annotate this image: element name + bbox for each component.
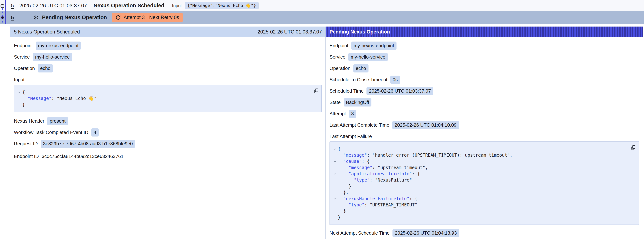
json-key: "type": [354, 178, 370, 183]
collapse-chevron-icon[interactable]: [332, 148, 338, 150]
event-id-link[interactable]: 5: [11, 15, 14, 20]
temporal-event-history-view: 5 2025-02-26 UTC 01:03:37.07 Nexus Opera…: [0, 0, 644, 239]
event-title: Pending Nexus Operation: [42, 14, 107, 20]
event-row-nexus-operation-scheduled[interactable]: 5 2025-02-26 UTC 01:03:37.07 Nexus Opera…: [0, 0, 644, 11]
json-value: : "upstream timeout",: [372, 165, 428, 170]
code-text: "message": "upstream timeout",: [338, 164, 428, 171]
timeline-open-node-icon[interactable]: [1, 4, 4, 8]
code-line: {: [16, 89, 310, 95]
copy-icon[interactable]: [313, 88, 319, 94]
json-value: {: [22, 90, 25, 95]
field-value-badge: my-nexus-endpoint: [36, 42, 81, 50]
field-value-badge: my-hello-service: [33, 53, 72, 61]
field-row-endpoint-id: Endpoint ID 3c0c75ccfa8144b092c13ce63246…: [14, 152, 322, 160]
event-id-link[interactable]: 5: [11, 3, 14, 8]
code-text: "cause": {: [338, 158, 370, 164]
field-label: Endpoint ID: [14, 154, 39, 159]
field-value-badge: 2025-02-26 UTC 01:04:13.93: [392, 229, 459, 237]
field-label: Scheduled Time: [330, 88, 364, 94]
field-label: State: [330, 100, 341, 105]
code-line: "cause": {: [332, 158, 628, 164]
field-value-badge: 3e829b7e-7d67-4b08-aad3-b1e868bfe9e0: [41, 140, 135, 148]
code-text: "type": "NexusFailure": [338, 177, 412, 183]
retry-badge: Attempt 3 · Next Retry 0s: [112, 13, 183, 22]
field-row-workflow-task-completed-event-id: Workflow Task Completed Event ID 4: [14, 128, 322, 136]
code-text: }: [338, 208, 346, 214]
code-line: },: [332, 190, 628, 196]
code-line: "message": "upstream timeout",: [332, 164, 628, 171]
field-value-badge: echo: [38, 64, 53, 72]
json-key: "message": [343, 152, 367, 158]
right-panel-title: Pending Nexus Operation: [330, 29, 390, 35]
field-label: Attempt: [330, 111, 346, 116]
code-line: {: [332, 146, 628, 152]
event-title: Nexus Operation Scheduled: [94, 2, 164, 8]
json-value: }: [343, 208, 346, 214]
json-value: : "Nexus Echo 👋": [52, 96, 97, 101]
json-value: : "UPSTREAM_TIMEOUT": [364, 202, 417, 208]
field-label: Next Attempt Schedule Time: [330, 230, 390, 236]
input-section-label: Input: [14, 77, 322, 82]
field-value-badge: BackingOff: [344, 98, 372, 106]
retry-badge-label: Attempt 3 · Next Retry 0s: [124, 15, 179, 20]
code-line: "nexusHandlerFailureInfo": {: [332, 196, 628, 202]
event-row-pending-nexus-operation[interactable]: 5 Pending Nexus Operation Attempt 3 · Ne…: [0, 11, 644, 24]
left-panel-timestamp: 2025-02-26 UTC 01:03:37.07: [258, 29, 322, 35]
copy-icon[interactable]: [630, 145, 636, 150]
code-text: }: [338, 183, 351, 190]
code-text: }: [22, 102, 25, 108]
collapse-chevron-icon[interactable]: [16, 91, 22, 94]
event-detail-panels: 5 Nexus Operation Scheduled 2025-02-26 U…: [0, 26, 644, 239]
code-line: }: [332, 214, 628, 220]
right-panel-body: Endpoint my-nexus-endpoint Service my-he…: [326, 37, 643, 237]
code-line: "applicationFailureInfo": {: [332, 171, 628, 177]
failure-json-block: {"message": "handler error (UPSTREAM_TIM…: [330, 142, 639, 225]
failure-json-lines: {"message": "handler error (UPSTREAM_TIM…: [332, 146, 628, 220]
field-row-request-id: Request ID 3e829b7e-7d67-4b08-aad3-b1e86…: [14, 140, 322, 148]
field-value-badge: present: [47, 117, 68, 125]
json-key: "nexusHandlerFailureInfo": [343, 196, 409, 201]
field-label: Schedule To Close Timeout: [330, 77, 387, 82]
input-json-block: {"Message": "Nexus Echo 👋"}: [14, 85, 322, 112]
code-text: }: [338, 214, 340, 220]
field-label: Operation: [14, 66, 35, 71]
collapse-chevron-icon[interactable]: [332, 172, 338, 176]
last-attempt-failure-label: Last Attempt Failure: [330, 134, 639, 139]
field-label: Last Attempt Complete Time: [330, 122, 389, 128]
left-panel-title: 5 Nexus Operation Scheduled: [14, 29, 80, 35]
field-label: Nexus Header: [14, 118, 44, 124]
left-panel-header: 5 Nexus Operation Scheduled 2025-02-26 U…: [10, 26, 326, 37]
code-line: "message": "handler error (UPSTREAM_TIME…: [332, 152, 628, 158]
field-row-endpoint: Endpoint my-nexus-endpoint: [330, 42, 639, 50]
pending-nexus-operation-panel: Pending Nexus Operation Endpoint my-nexu…: [326, 26, 643, 239]
left-panel-body: Endpoint my-nexus-endpoint Service my-he…: [10, 37, 326, 160]
json-value: : "handler error (UPSTREAM_TIMEOUT): ups…: [367, 152, 512, 158]
input-json-lines: {"Message": "Nexus Echo 👋"}: [16, 89, 310, 108]
input-label: Input: [172, 3, 182, 8]
field-label: Endpoint: [330, 43, 348, 48]
field-label: Service: [330, 54, 346, 60]
code-text: {: [338, 146, 340, 152]
field-value-badge: 3: [349, 110, 356, 118]
collapse-chevron-icon[interactable]: [332, 160, 338, 163]
field-value-badge: 2025-02-26 UTC 01:03:37.07: [366, 87, 433, 95]
field-label: Request ID: [14, 141, 38, 146]
pending-asterisk-icon: [32, 14, 39, 21]
code-line: "type": "UPSTREAM_TIMEOUT": [332, 202, 628, 208]
timeline-selected-node-icon[interactable]: [1, 16, 4, 19]
retry-icon: [115, 15, 121, 20]
field-label: Operation: [330, 66, 350, 71]
code-text: "type": "UPSTREAM_TIMEOUT": [338, 202, 417, 208]
code-text: "applicationFailureInfo": {: [338, 171, 420, 177]
json-key: "cause": [343, 159, 362, 164]
endpoint-id-link[interactable]: 3c0c75ccfa8144b092c13ce632463761: [42, 154, 124, 159]
input-preview-badge[interactable]: {"Message":"Nexus Echo 👋"}: [185, 2, 258, 10]
collapse-chevron-icon[interactable]: [332, 197, 338, 200]
timeline-gutter: [0, 0, 11, 239]
json-key: "type": [348, 202, 364, 208]
code-text: "message": "handler error (UPSTREAM_TIME…: [338, 152, 512, 158]
json-value: : {: [412, 171, 420, 176]
field-label: Workflow Task Completed Event ID: [14, 130, 88, 135]
code-line: "Message": "Nexus Echo 👋": [16, 95, 310, 102]
field-row-state: State BackingOff: [330, 98, 639, 106]
